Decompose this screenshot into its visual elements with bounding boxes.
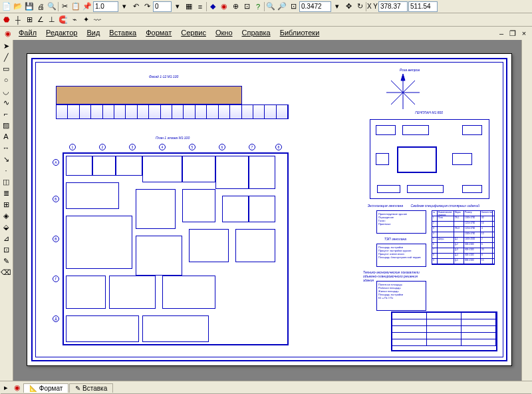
move-icon[interactable]: ✥ bbox=[343, 1, 354, 12]
legend-box: Проектируемое здание Ограждение Газон Пр… bbox=[376, 210, 426, 234]
polyline-icon[interactable]: ⌐ bbox=[1, 108, 11, 119]
main-area: ➤ ╱ ▭ ○ ◡ ∿ ⌐ ▨ A ↔ ↘ · ◫ ≣ ⊞ ◈ ⬙ ⊿ ⊡ ✎ … bbox=[0, 40, 532, 381]
curve-icon[interactable]: ∿ bbox=[1, 97, 11, 108]
tool-icon[interactable]: ⊿ bbox=[1, 233, 11, 244]
left-toolbox: ➤ ╱ ▭ ○ ◡ ∿ ⌐ ▨ A ↔ ↘ · ◫ ≣ ⊞ ◈ ⬙ ⊿ ⊡ ✎ … bbox=[0, 40, 13, 381]
toolbar-main: 📄 📂 💾 🖨 🔍 ✂ 📋 📌 ▾ ↶ ↷ ▾ ▦ ≡ ◆ ◉ ⊕ ⊡ ? 🔍 … bbox=[0, 0, 532, 13]
dash-icon[interactable]: ⌁ bbox=[69, 15, 80, 25]
siteplan-title: ГЕНПЛАН М1:800 bbox=[415, 110, 443, 114]
menu-insert[interactable]: Вставка bbox=[105, 28, 140, 39]
facade-elevation bbox=[56, 83, 289, 122]
zoom-input[interactable] bbox=[93, 1, 118, 12]
menu-view[interactable]: Вид bbox=[82, 28, 104, 39]
facade-title: Фасад 1-12 М1:100 bbox=[149, 75, 178, 79]
line-icon[interactable]: ╱ bbox=[1, 52, 11, 63]
toolbar-secondary: ⬣ ┼ ⊞ ∠ ⊥ 🧲 ⌁ ✦ 〰 bbox=[0, 13, 532, 27]
coord-y-input[interactable] bbox=[408, 1, 438, 12]
tool-icon[interactable]: ◉ bbox=[219, 1, 229, 12]
point-icon[interactable]: · bbox=[1, 165, 11, 176]
menu-window[interactable]: Окно bbox=[211, 28, 237, 39]
menu-format[interactable]: Формат bbox=[142, 28, 176, 39]
tool-icon[interactable]: ⊕ bbox=[230, 1, 241, 12]
grid-snap-icon[interactable]: ⊞ bbox=[24, 15, 35, 25]
coord-x-input[interactable] bbox=[378, 1, 408, 12]
tab-insert[interactable]: ✎ Вставка bbox=[69, 383, 113, 393]
app-icon[interactable]: ◉ bbox=[3, 28, 13, 39]
bottom-bar: ▸ ◉ 📐 Формат ✎ Вставка ▾ ▾ ▾ ▾ ▾ К Ж Ч ▾… bbox=[0, 381, 532, 394]
close-icon[interactable]: × bbox=[519, 28, 529, 39]
hatch-icon[interactable]: ▨ bbox=[1, 120, 11, 130]
svg-marker-4 bbox=[401, 74, 405, 81]
paste-icon[interactable]: 📌 bbox=[82, 1, 92, 12]
tool-icon[interactable]: ⊞ bbox=[1, 199, 11, 210]
stop-icon[interactable]: ⬣ bbox=[1, 15, 12, 25]
dropdown-icon[interactable]: ▾ bbox=[172, 1, 183, 12]
rect-icon[interactable]: ▭ bbox=[1, 63, 11, 74]
dropdown-icon[interactable]: ▾ bbox=[332, 1, 342, 12]
text-icon[interactable]: A bbox=[1, 131, 11, 142]
tool-icon[interactable]: ✎ bbox=[1, 256, 11, 266]
zoom-fit-icon[interactable]: ⊡ bbox=[288, 1, 299, 12]
canvas[interactable]: Роза ветров Фасад 1-12 М1:100 ГЕНПЛАН М1… bbox=[13, 40, 521, 381]
floor-title: План 1 этажа М1:100 bbox=[156, 136, 190, 140]
scale-input[interactable] bbox=[153, 1, 172, 12]
cut-icon[interactable]: ✂ bbox=[59, 1, 70, 12]
open-icon[interactable]: 📂 bbox=[13, 1, 23, 12]
title-block bbox=[391, 311, 497, 351]
spec-title: Сводная спецификация столярных изделий bbox=[411, 204, 479, 208]
menu-help[interactable]: Справка bbox=[238, 28, 275, 39]
magnet-icon[interactable]: 🧲 bbox=[58, 15, 68, 25]
tech-box: Полезная площадь Рабочая площадь Жилая п… bbox=[376, 281, 426, 311]
layer-icon[interactable]: ≣ bbox=[1, 188, 11, 198]
drawing-sheet: Роза ветров Фасад 1-12 М1:100 ГЕНПЛАН М1… bbox=[27, 53, 512, 366]
zoom-out-icon[interactable]: 🔎 bbox=[277, 1, 287, 12]
legend-title: Экспликация генплана bbox=[368, 204, 403, 208]
preview-icon[interactable]: 🔍 bbox=[47, 1, 57, 12]
tab-add-icon[interactable]: ◉ bbox=[12, 383, 23, 393]
scrollbar-vertical[interactable] bbox=[521, 40, 532, 381]
spec-table: №Наименование изделияМаркаРазмерКоличест… bbox=[432, 210, 495, 265]
circle-icon[interactable]: ○ bbox=[1, 75, 11, 85]
ortho-icon[interactable]: ⊥ bbox=[47, 15, 57, 25]
tool-icon[interactable]: ◆ bbox=[207, 1, 218, 12]
align-icon[interactable]: ≡ bbox=[195, 1, 205, 12]
block-icon[interactable]: ◫ bbox=[1, 176, 11, 187]
tab-arrow-icon[interactable]: ▸ bbox=[1, 383, 11, 393]
save-icon[interactable]: 💾 bbox=[24, 1, 35, 12]
copy-icon[interactable]: 📋 bbox=[70, 1, 81, 12]
tep-title: ТЭП генплана bbox=[384, 237, 406, 241]
arc-icon[interactable]: ◡ bbox=[1, 86, 11, 97]
redo-icon[interactable]: ↷ bbox=[142, 1, 152, 12]
print-icon[interactable]: 🖨 bbox=[35, 1, 46, 12]
new-icon[interactable]: 📄 bbox=[1, 1, 12, 12]
dropdown-icon[interactable]: ▾ bbox=[119, 1, 130, 12]
wave-icon[interactable]: 〰 bbox=[92, 15, 102, 25]
tool-icon[interactable]: ⌫ bbox=[1, 267, 11, 278]
tab-format[interactable]: 📐 Формат bbox=[23, 383, 68, 393]
angle-icon[interactable]: ∠ bbox=[35, 15, 46, 25]
menu-editor[interactable]: Редактор bbox=[42, 28, 81, 39]
menu-libraries[interactable]: Библиотеки bbox=[276, 28, 324, 39]
burst-icon[interactable]: ✦ bbox=[80, 15, 91, 25]
rotate-icon[interactable]: ↻ bbox=[354, 1, 365, 12]
zoom-level-input[interactable] bbox=[299, 1, 331, 12]
tool-icon[interactable]: ◈ bbox=[1, 210, 11, 221]
tool-icon[interactable]: ⬙ bbox=[1, 222, 11, 232]
menu-service[interactable]: Сервис bbox=[177, 28, 210, 39]
tool-icon[interactable]: ⊡ bbox=[241, 1, 252, 12]
compass-title: Роза ветров bbox=[400, 68, 420, 72]
tool-icon[interactable]: ⊡ bbox=[1, 244, 11, 255]
zoom-in-icon[interactable]: 🔍 bbox=[265, 1, 276, 12]
dim-icon[interactable]: ↔ bbox=[1, 142, 11, 153]
tep-box: Площадь застройки Процент застройки здан… bbox=[376, 244, 426, 267]
help-icon[interactable]: ? bbox=[253, 1, 263, 12]
minimize-icon[interactable]: – bbox=[496, 28, 507, 39]
tab-strip: ▸ ◉ 📐 Формат ✎ Вставка bbox=[1, 382, 531, 394]
menu-file[interactable]: Файл bbox=[15, 28, 41, 39]
leader-icon[interactable]: ↘ bbox=[1, 154, 11, 164]
restore-icon[interactable]: ❐ bbox=[507, 28, 518, 39]
undo-icon[interactable]: ↶ bbox=[130, 1, 141, 12]
grid-icon[interactable]: ▦ bbox=[184, 1, 194, 12]
arrow-icon[interactable]: ➤ bbox=[1, 41, 11, 51]
snap-icon[interactable]: ┼ bbox=[13, 15, 23, 25]
